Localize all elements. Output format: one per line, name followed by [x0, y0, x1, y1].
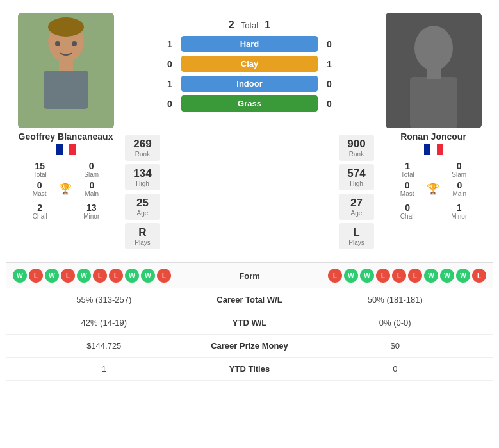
right-high-panel: 574 High: [339, 164, 374, 190]
form-right-badge-0: L: [328, 269, 342, 283]
left-chall-stat: 2 Chall: [16, 203, 64, 220]
left-player-silhouette: [18, 13, 114, 128]
right-minor-stat: 1 Minor: [436, 203, 484, 220]
surface-row-clay: 0 Clay 1: [163, 56, 336, 72]
svg-point-11: [414, 26, 453, 71]
main-container: Geoffrey Blancaneaux 15 Total 0 Slam: [0, 0, 499, 387]
svg-rect-16: [437, 144, 443, 155]
form-right-badge-9: L: [472, 269, 486, 283]
form-left-badge-1: L: [29, 269, 43, 283]
bottom-section: WLWLWLLWWL Form LWWLLLWWWL 55% (313-257)…: [6, 262, 493, 381]
left-high-panel: 134 High: [125, 164, 160, 190]
stats-center-label-1: YTD W/L: [192, 318, 307, 328]
stats-row-1: 42% (14-19)YTD W/L0% (0-0): [6, 311, 493, 335]
surface-row-indoor: 1 Indoor 0: [163, 76, 336, 92]
form-row: WLWLWLLWWL Form LWWLLLWWWL: [6, 263, 493, 288]
form-left-badge-7: W: [125, 269, 139, 283]
left-player-mini-stats-2: 2 Chall 13 Minor: [16, 203, 115, 220]
stats-row-3: 1YTD Titles0: [6, 358, 493, 381]
stats-right-val-3: 0: [307, 364, 484, 374]
total-row: 2 Total 1: [229, 19, 270, 31]
right-player-area: Ronan Joncour 1 Total 0 Slam: [377, 13, 489, 220]
left-slam-stat: 0 Slam: [68, 161, 116, 178]
left-trophy-section: 0 Mast 🏆 0 Main: [16, 180, 115, 197]
right-trophy-icon: 🏆: [427, 183, 439, 195]
left-player-name: Geoffrey Blancaneaux: [19, 131, 113, 142]
left-plays-panel: R Plays: [125, 223, 160, 249]
right-player-mini-stats: 1 Total 0 Slam: [384, 161, 483, 178]
form-right-badge-3: L: [376, 269, 390, 283]
form-right-badge-4: L: [392, 269, 406, 283]
svg-rect-3: [44, 71, 88, 109]
svg-rect-8: [63, 144, 69, 155]
form-left-badge-3: L: [61, 269, 75, 283]
form-right-badge-1: W: [344, 269, 358, 283]
form-left-badge-0: W: [13, 269, 27, 283]
left-flag-icon: [56, 144, 76, 155]
left-minor-stat: 13 Minor: [68, 203, 116, 220]
right-total-stat: 1 Total: [384, 161, 432, 178]
stats-center-label-0: Career Total W/L: [192, 295, 307, 304]
right-player-name: Ronan Joncour: [400, 131, 466, 142]
right-flag-icon: [424, 144, 443, 155]
right-age-panel: 27 Age: [339, 194, 374, 220]
bottom-stats-container: 55% (313-257)Career Total W/L50% (181-18…: [6, 288, 493, 381]
form-left-badge-4: W: [77, 269, 91, 283]
right-plays-panel: L Plays: [339, 223, 374, 249]
surface-row-hard: 1 Hard 0: [163, 36, 336, 52]
right-trophy-section: 0 Mast 🏆 0 Main: [384, 180, 483, 197]
svg-point-2: [48, 17, 84, 37]
svg-rect-15: [430, 144, 437, 155]
right-player-mini-stats-2: 0 Chall 1 Minor: [384, 203, 483, 220]
right-slam-stat: 0 Slam: [436, 161, 484, 178]
right-player-photo: [386, 13, 482, 128]
left-mast-stat: 0 Mast: [33, 180, 47, 197]
left-total-stat: 15 Total: [16, 161, 64, 178]
stats-left-val-3: 1: [16, 364, 192, 374]
svg-rect-14: [424, 144, 430, 155]
surface-row-grass: 0 Grass 0: [163, 95, 336, 112]
svg-rect-12: [410, 77, 457, 128]
form-right-badge-8: W: [456, 269, 470, 283]
left-trophy-icon: 🏆: [59, 183, 72, 195]
surface-grass-btn: Grass: [181, 95, 318, 112]
form-right-badge-6: W: [424, 269, 438, 283]
stats-left-val-0: 55% (313-257): [16, 295, 192, 304]
form-left: WLWLWLLWWL: [13, 269, 211, 283]
left-player-area: Geoffrey Blancaneaux 15 Total 0 Slam: [10, 13, 122, 220]
right-player-flag: [424, 144, 443, 158]
stats-center-label-2: Career Prize Money: [192, 341, 307, 351]
right-rank-panel: 900 Rank: [339, 135, 374, 161]
stats-right-val-0: 50% (181-181): [307, 295, 484, 304]
right-mast-stat: 0 Mast: [400, 180, 414, 197]
form-right-badge-2: W: [360, 269, 374, 283]
surface-hard-btn: Hard: [181, 36, 318, 52]
left-rank-panel: 269 Rank: [125, 135, 160, 161]
form-right-badge-5: L: [408, 269, 422, 283]
center-h2h: 2 Total 1 1 Hard 0 0 Clay 1 1 Indoor: [163, 13, 336, 112]
stats-right-val-2: $0: [307, 341, 484, 351]
right-stats-panels: 900 Rank 574 High 27 Age L Plays: [339, 135, 374, 249]
surface-rows: 1 Hard 0 0 Clay 1 1 Indoor 0 0 Grass: [163, 36, 336, 112]
stats-row-2: $144,725Career Prize Money$0: [6, 335, 493, 358]
left-player-flag: [56, 144, 76, 158]
right-main-stat: 0 Main: [452, 180, 466, 197]
svg-point-6: [72, 41, 77, 46]
form-left-badge-8: W: [141, 269, 155, 283]
svg-rect-4: [59, 60, 73, 71]
svg-rect-7: [56, 144, 63, 155]
form-left-badge-6: L: [109, 269, 123, 283]
left-stats-panels: 269 Rank 134 High 25 Age R Plays: [125, 135, 160, 249]
left-player-photo: [18, 13, 114, 128]
form-label: Form: [211, 271, 288, 281]
surface-clay-btn: Clay: [181, 56, 318, 72]
right-player-silhouette: [386, 13, 482, 128]
stats-right-val-1: 0% (0-0): [307, 318, 484, 328]
stats-center-label-3: YTD Titles: [192, 364, 307, 374]
left-main-stat: 0 Main: [85, 180, 99, 197]
left-age-panel: 25 Age: [125, 194, 160, 220]
surface-indoor-btn: Indoor: [181, 76, 318, 92]
form-left-badge-5: L: [93, 269, 107, 283]
form-left-badge-2: W: [45, 269, 59, 283]
stats-row-0: 55% (313-257)Career Total W/L50% (181-18…: [6, 288, 493, 311]
